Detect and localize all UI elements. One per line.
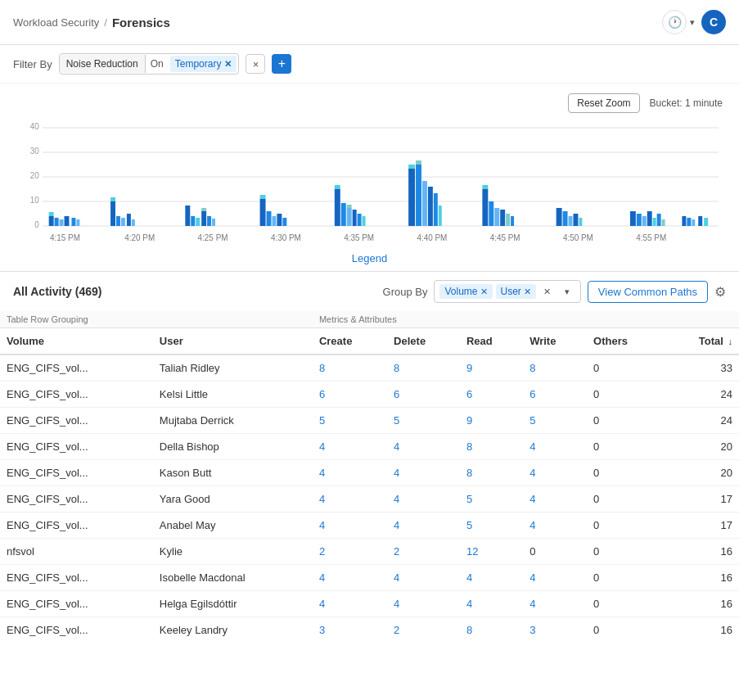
cell-delete[interactable]: 4: [387, 460, 460, 486]
cell-write[interactable]: 5: [523, 408, 587, 434]
clear-filter-button[interactable]: ×: [246, 54, 265, 74]
cell-create[interactable]: 4: [313, 591, 387, 617]
cell-write[interactable]: 4: [523, 591, 587, 617]
cell-write[interactable]: 3: [523, 617, 587, 639]
col-header-write[interactable]: Write: [523, 328, 587, 355]
svg-rect-58: [511, 216, 514, 226]
chart-svg[interactable]: 40 30 20 10 0: [16, 120, 723, 246]
cell-read[interactable]: 9: [460, 355, 523, 382]
cell-read[interactable]: 8: [460, 434, 523, 460]
cell-read[interactable]: 4: [460, 591, 523, 617]
cell-delete[interactable]: 5: [387, 408, 460, 434]
cell-create[interactable]: 6: [313, 382, 387, 408]
cell-delete[interactable]: 6: [387, 382, 460, 408]
filter-on-label: On: [146, 55, 169, 73]
cell-volume: ENG_CIFS_vol...: [0, 460, 153, 486]
col-header-others[interactable]: Others: [587, 328, 664, 355]
col-header-read[interactable]: Read: [460, 328, 523, 355]
cell-total: 16: [664, 591, 739, 617]
svg-rect-21: [127, 214, 131, 226]
clock-icon[interactable]: 🕐: [662, 10, 687, 34]
cell-write[interactable]: 8: [523, 355, 587, 382]
separator: /: [104, 16, 107, 29]
cell-write[interactable]: 4: [523, 565, 587, 591]
user-avatar[interactable]: C: [701, 10, 726, 34]
cell-read[interactable]: 12: [460, 539, 523, 565]
cell-create[interactable]: 4: [313, 486, 387, 513]
col-header-user[interactable]: User: [153, 328, 313, 355]
cell-delete[interactable]: 4: [387, 591, 460, 617]
col-header-delete[interactable]: Delete: [387, 328, 460, 355]
svg-rect-23: [185, 205, 190, 226]
cell-delete[interactable]: 4: [387, 513, 460, 539]
svg-text:4:45 PM: 4:45 PM: [490, 233, 520, 242]
page-title: Forensics: [112, 16, 170, 29]
svg-rect-45: [408, 165, 415, 169]
filter-temporary-tag[interactable]: Temporary ✕: [170, 56, 237, 72]
cell-write[interactable]: 4: [523, 486, 587, 513]
cell-total: 24: [664, 408, 739, 434]
table-row: ENG_CIFS_vol... Kason Butt 4 4 8 4 0 20: [0, 460, 739, 486]
cell-user: Mujtaba Derrick: [153, 408, 313, 434]
chart-legend[interactable]: Legend: [16, 252, 723, 264]
cell-read[interactable]: 9: [460, 408, 523, 434]
add-filter-button[interactable]: +: [272, 54, 291, 74]
cell-read[interactable]: 8: [460, 460, 523, 486]
chevron-down-icon[interactable]: ▾: [690, 17, 695, 28]
cell-read[interactable]: 4: [460, 565, 523, 591]
svg-rect-49: [428, 187, 433, 226]
breadcrumb: Workload Security / Forensics: [13, 16, 170, 29]
cell-create[interactable]: 4: [313, 460, 387, 486]
cell-delete[interactable]: 2: [387, 617, 460, 639]
cell-create[interactable]: 8: [313, 355, 387, 382]
cell-user: Isobelle Macdonal: [153, 565, 313, 591]
svg-text:20: 20: [30, 171, 39, 180]
svg-rect-27: [201, 208, 206, 211]
remove-user-tag-icon[interactable]: ✕: [524, 287, 531, 297]
cell-write[interactable]: 4: [523, 460, 587, 486]
cell-write[interactable]: 6: [523, 382, 587, 408]
svg-rect-57: [506, 214, 510, 226]
table-container: Table Row Grouping Metrics & Attributes …: [0, 311, 739, 639]
cell-delete[interactable]: 8: [387, 355, 460, 382]
cell-volume: ENG_CIFS_vol...: [0, 408, 153, 434]
svg-rect-15: [71, 218, 75, 226]
cell-create[interactable]: 4: [313, 513, 387, 539]
group-by-dropdown-icon[interactable]: ✕: [539, 283, 556, 300]
cell-read[interactable]: 5: [460, 513, 523, 539]
svg-rect-59: [557, 208, 562, 226]
cell-read[interactable]: 5: [460, 486, 523, 513]
cell-others: 0: [587, 460, 664, 486]
breadcrumb-link[interactable]: Workload Security: [13, 16, 99, 29]
cell-delete[interactable]: 2: [387, 539, 460, 565]
cell-create[interactable]: 2: [313, 539, 387, 565]
col-header-create[interactable]: Create: [313, 328, 387, 355]
col-header-total[interactable]: Total ↓: [664, 328, 739, 355]
remove-volume-tag-icon[interactable]: ✕: [480, 287, 488, 297]
table-scroll-wrapper[interactable]: Table Row Grouping Metrics & Attributes …: [0, 311, 739, 639]
reset-zoom-button[interactable]: Reset Zoom: [568, 93, 639, 113]
cell-write[interactable]: 4: [523, 513, 587, 539]
group-by-chevron-icon[interactable]: ▾: [559, 283, 575, 300]
settings-icon[interactable]: ⚙: [714, 284, 726, 300]
cell-write[interactable]: 4: [523, 434, 587, 460]
cell-create[interactable]: 5: [313, 408, 387, 434]
cell-create[interactable]: 3: [313, 617, 387, 639]
cell-create[interactable]: 4: [313, 565, 387, 591]
view-common-paths-button[interactable]: View Common Paths: [588, 281, 708, 303]
svg-text:4:35 PM: 4:35 PM: [344, 233, 374, 242]
remove-filter-icon[interactable]: ✕: [224, 59, 232, 70]
cell-delete[interactable]: 4: [387, 434, 460, 460]
svg-rect-22: [132, 219, 135, 226]
cell-read[interactable]: 6: [460, 382, 523, 408]
group-tag-user[interactable]: User ✕: [496, 284, 536, 299]
group-tag-volume[interactable]: Volume ✕: [439, 284, 492, 299]
cell-read[interactable]: 8: [460, 617, 523, 639]
cell-delete[interactable]: 4: [387, 565, 460, 591]
bucket-label: Bucket: 1 minute: [650, 97, 723, 109]
legend-link[interactable]: Legend: [352, 252, 387, 264]
cell-others: 0: [587, 565, 664, 591]
col-header-volume[interactable]: Volume: [0, 328, 153, 355]
cell-delete[interactable]: 4: [387, 486, 460, 513]
cell-create[interactable]: 4: [313, 434, 387, 460]
